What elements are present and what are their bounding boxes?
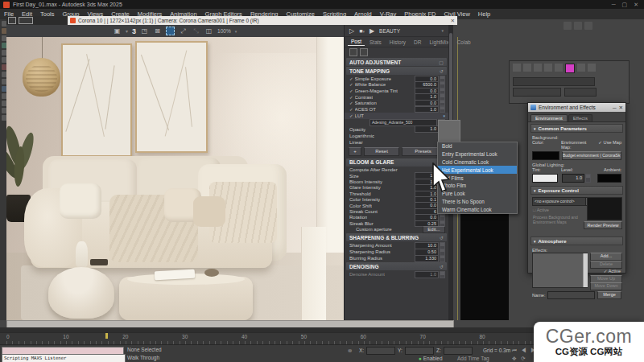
- x-coordinate-field[interactable]: [366, 347, 395, 355]
- panel-icon[interactable]: [523, 64, 531, 72]
- render-icon[interactable]: ▶: [369, 27, 374, 35]
- spinner-icon[interactable]: [585, 174, 591, 183]
- section-reset-icon[interactable]: ↺: [440, 68, 444, 74]
- exposure-active-checkbox[interactable]: □ Active: [533, 208, 549, 212]
- add-time-tag[interactable]: Add Time Tag: [457, 356, 489, 361]
- panel-icon[interactable]: [588, 64, 596, 72]
- dialog-title-bar[interactable]: Environment and Effects ─ ✕: [528, 103, 625, 112]
- effects-listbox[interactable]: [532, 253, 588, 288]
- window-controls[interactable]: ─ ▢ ✕: [612, 2, 641, 8]
- render-preview-button[interactable]: Render Preview: [584, 221, 622, 229]
- panel-icon[interactable]: [534, 64, 542, 72]
- section-denoising[interactable]: DENOISING↺: [346, 262, 447, 270]
- panel-icon[interactable]: [555, 64, 563, 72]
- move-down-button[interactable]: Move Down: [590, 282, 622, 290]
- vfb-tab[interactable]: Stats: [366, 39, 385, 46]
- ambient-swatch[interactable]: [597, 174, 621, 183]
- save-config-icon[interactable]: [349, 48, 357, 56]
- spinner-icon[interactable]: [440, 255, 445, 261]
- panel-icon[interactable]: [544, 64, 552, 72]
- pass-dropdown-icon[interactable]: ▾: [441, 28, 444, 33]
- lut-menu-item[interactable]: Bold: [438, 142, 517, 150]
- edit-aperture-button[interactable]: Edit...: [423, 226, 445, 233]
- zoom-dropdown-icon[interactable]: ▾: [235, 29, 237, 34]
- enabled-toggle[interactable]: ● Enabled: [419, 356, 443, 361]
- vfb-tab[interactable]: Colab: [454, 39, 474, 46]
- lut-menu-item[interactable]: Entry Experimental Look: [438, 150, 517, 158]
- param-value[interactable]: 1.0: [415, 271, 439, 278]
- dialog-tab[interactable]: Environment: [530, 114, 568, 121]
- merge-button[interactable]: Merge: [597, 291, 621, 299]
- checkbox-checked-icon[interactable]: [349, 88, 353, 93]
- dialog-minimize-icon[interactable]: ─: [613, 105, 617, 110]
- save-icon[interactable]: ▣: [113, 27, 122, 35]
- render-image[interactable]: [6, 37, 344, 320]
- use-map-checkbox[interactable]: ✓ Use Map: [598, 140, 621, 150]
- panel-field[interactable]: [513, 88, 561, 97]
- z-coordinate-field[interactable]: [444, 347, 473, 355]
- sharpening-row[interactable]: Sharpening Radius 0.50: [345, 249, 448, 255]
- toolbar-icon[interactable]: [574, 22, 582, 30]
- lut-expand-icon[interactable]: ▾: [443, 113, 445, 118]
- spinner-icon[interactable]: [440, 271, 445, 278]
- param-value[interactable]: 1.0: [415, 125, 439, 132]
- vfb-tab[interactable]: DR: [411, 39, 424, 46]
- panel-field[interactable]: [513, 77, 595, 86]
- sharpening-row[interactable]: Sharpening Amount 10.0: [345, 242, 448, 249]
- dialog-close-icon[interactable]: ✕: [619, 105, 623, 111]
- exposure-dropdown[interactable]: <no exposure control>: [532, 197, 588, 206]
- rollout-common-parameters[interactable]: Common Parameters: [530, 124, 623, 133]
- param-value[interactable]: 1.330: [415, 255, 439, 261]
- panel-icon[interactable]: [577, 64, 585, 72]
- checkbox-checked-icon[interactable]: [349, 76, 353, 81]
- add-operator-button[interactable]: +: [349, 147, 361, 156]
- color-swatch-magenta[interactable]: [565, 64, 575, 73]
- tint-swatch[interactable]: [532, 174, 558, 183]
- section-reset-icon[interactable]: ↺: [440, 264, 444, 269]
- pass-selector[interactable]: BEAUTY: [379, 28, 400, 34]
- toolbar-icon[interactable]: [564, 22, 572, 30]
- section-auto-adjustment[interactable]: AUTO ADJUSTMENT▢: [346, 58, 447, 66]
- vfb-tab[interactable]: History: [386, 39, 409, 46]
- panel-icon[interactable]: [513, 64, 521, 72]
- vfb-tab[interactable]: Post: [348, 38, 365, 46]
- duplicate-icon[interactable]: ◳: [140, 27, 149, 35]
- checkbox-checked-icon[interactable]: [349, 82, 353, 87]
- viewport-nav-icons[interactable]: ✥ ⟳: [512, 356, 527, 362]
- section-reset-icon[interactable]: ↺: [440, 235, 444, 241]
- load-config-icon[interactable]: [360, 48, 368, 56]
- mini-window-icon[interactable]: [8, 17, 16, 24]
- atmosphere-active-checkbox[interactable]: ✓ Active: [604, 269, 621, 274]
- spinner-icon[interactable]: [440, 106, 445, 113]
- toolbar-icon[interactable]: [584, 22, 592, 30]
- reset-button[interactable]: Reset: [364, 147, 399, 156]
- background-color-swatch[interactable]: [532, 151, 559, 160]
- selection-lock-icon[interactable]: ⊗: [348, 348, 352, 354]
- checkbox-checked-icon[interactable]: [349, 101, 353, 105]
- param-value[interactable]: 1.0: [415, 106, 439, 113]
- tone-mapping-row[interactable]: ACES OT 1.0: [345, 106, 448, 113]
- mini-window-icon[interactable]: [19, 17, 33, 24]
- vfb-title-bar[interactable]: Corona 10 | | 1272×1142px (1:1) | Camera…: [68, 16, 457, 25]
- section-tone-mapping[interactable]: TONE MAPPING↺: [346, 67, 447, 75]
- add-effect-button[interactable]: Add...: [590, 253, 622, 261]
- time-slider-marker[interactable]: [105, 333, 108, 339]
- rollout-atmosphere[interactable]: Atmosphere: [530, 237, 623, 245]
- render-region-icon[interactable]: [166, 27, 175, 35]
- zoom-level[interactable]: 100%: [217, 28, 231, 34]
- rollout-exposure-control[interactable]: Exposure Control: [530, 186, 623, 195]
- fit-view-icon[interactable]: ⤢: [179, 27, 188, 35]
- checkbox-checked-icon[interactable]: [349, 113, 353, 118]
- clear-region-icon[interactable]: ⊠: [153, 27, 162, 35]
- section-options-icon[interactable]: ▢: [439, 60, 444, 65]
- start-ir-icon[interactable]: ▷: [349, 27, 354, 35]
- y-coordinate-field[interactable]: [405, 347, 434, 355]
- denoising-row[interactable]: Denoise Amount 1.0: [345, 271, 448, 278]
- dialog-tab[interactable]: Effects: [568, 114, 592, 121]
- lut-menu-item[interactable]: There Is No Spoon: [438, 198, 517, 206]
- checkbox-checked-icon[interactable]: [349, 95, 353, 100]
- stop-icon[interactable]: ■▾: [359, 28, 365, 34]
- menu-item[interactable]: Help: [474, 10, 494, 18]
- lut-row[interactable]: LUT ▾: [345, 113, 448, 119]
- panel-field[interactable]: [564, 88, 597, 97]
